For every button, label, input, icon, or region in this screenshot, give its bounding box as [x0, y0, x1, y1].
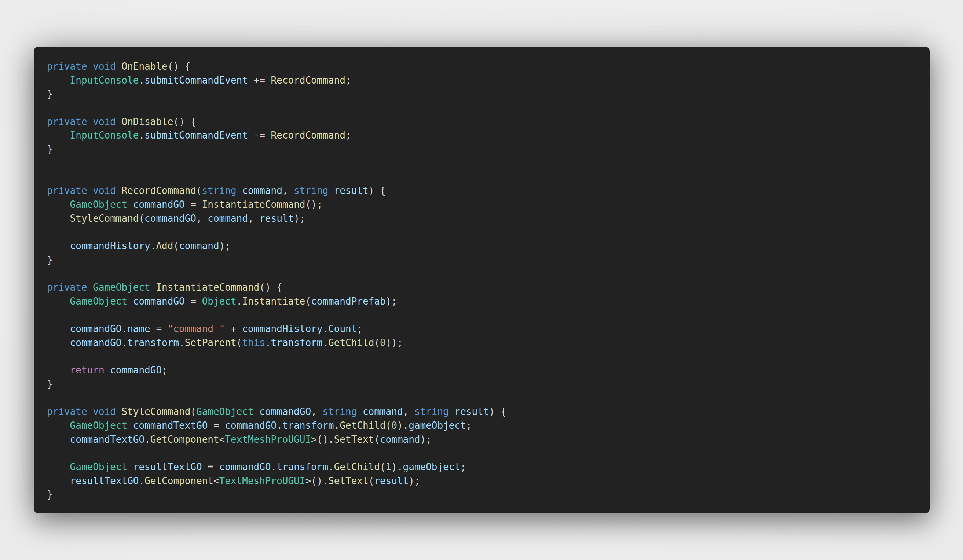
code-token-pun: >().	[311, 434, 334, 445]
code-line: GameObject resultTextGO = commandGO.tran…	[47, 460, 919, 474]
code-line: commandHistory.Add(command);	[47, 240, 919, 253]
code-token-var: command	[179, 240, 219, 251]
code-panel: private void OnEnable() { InputConsole.s…	[34, 47, 930, 513]
code-token-var: submitCommandEvent	[144, 75, 248, 86]
code-token-var: transform	[271, 337, 323, 348]
code-token-fn: SetText	[328, 475, 368, 486]
code-token-fn: SetText	[334, 434, 374, 445]
code-token-pun: .	[237, 296, 242, 307]
code-token-type: GameObject	[196, 406, 259, 417]
code-token-var: transform	[277, 461, 328, 473]
code-line: }	[47, 87, 919, 101]
code-token-pun: ,	[311, 406, 323, 417]
code-token-pun: (	[374, 337, 380, 348]
code-token-fn: RecordCommand	[271, 130, 346, 141]
code-token-pun: .	[179, 337, 185, 348]
code-token-pun: >().	[305, 475, 328, 486]
code-token-pun: (	[380, 461, 386, 473]
code-line	[47, 392, 919, 405]
code-token-var: result	[259, 213, 294, 224]
code-token-fn: StyleCommand	[122, 406, 191, 417]
code-token-type: InputConsole	[47, 75, 139, 86]
code-token-fn: InstantiateCommand	[202, 199, 305, 210]
code-line	[47, 157, 919, 170]
code-token-pun: }	[47, 489, 53, 500]
code-line: GameObject commandGO = InstantiateComman…	[47, 198, 919, 212]
code-token-pun: ));	[386, 337, 403, 348]
code-token-var: commandHistory	[242, 323, 323, 334]
code-token-pun: .	[139, 475, 144, 486]
code-token-var: commandHistory	[47, 240, 150, 251]
code-token-pun: ;	[162, 365, 168, 375]
code-token-pun: <	[214, 475, 219, 486]
code-token-var: commandGO	[133, 199, 185, 210]
code-token-kw: private	[47, 282, 93, 293]
code-token-pun: );	[386, 296, 397, 307]
code-line: }	[47, 253, 919, 267]
code-token-kw: string	[202, 185, 242, 196]
code-token-pun: );	[420, 434, 431, 445]
code-token-var: resultTextGO	[47, 475, 139, 486]
code-line: private void StyleCommand(GameObject com…	[47, 405, 919, 419]
code-token-pun: .	[265, 337, 271, 348]
code-token-pun: =	[150, 323, 168, 334]
code-token-var: commandGO	[47, 323, 122, 334]
code-token-pun: .	[150, 240, 156, 251]
code-line: private void OnDisable() {	[47, 115, 919, 129]
code-token-pun: ).	[397, 420, 409, 431]
code-token-var: command	[380, 434, 420, 445]
code-token-var: resultTextGO	[133, 461, 202, 473]
code-token-var: transform	[282, 420, 334, 431]
code-line: InputConsole.submitCommandEvent -= Recor…	[47, 129, 919, 142]
code-line: commandGO.transform.SetParent(this.trans…	[47, 336, 919, 350]
code-token-pun: ,	[403, 406, 414, 417]
code-line: commandTextGO.GetComponent<TextMeshProUG…	[47, 433, 919, 447]
code-line: private void RecordCommand(string comman…	[47, 184, 919, 198]
code-token-fn: GetChild	[340, 420, 386, 431]
code-line	[47, 308, 919, 322]
code-token-pun: ;	[357, 323, 363, 334]
code-token-var: command	[208, 213, 248, 224]
code-token-type: GameObject	[93, 282, 156, 293]
code-token-var: gameObject	[403, 461, 460, 473]
code-token-pun: (	[173, 240, 179, 251]
code-token-var: commandTextGO	[47, 434, 144, 445]
code-token-pun: );	[294, 213, 305, 224]
code-token-kw: private void	[47, 406, 122, 417]
code-token-type: InputConsole	[47, 130, 139, 141]
code-line: StyleCommand(commandGO, command, result)…	[47, 212, 919, 226]
code-line: }	[47, 488, 919, 502]
code-token-pun: .	[122, 323, 128, 334]
code-token-pun: .	[139, 130, 144, 141]
code-token-pun: }	[47, 88, 53, 99]
code-token-var: commandPrefab	[311, 296, 386, 307]
code-token-pun: .	[328, 461, 334, 473]
code-token-pun: (	[305, 296, 311, 307]
code-token-pun: =	[208, 420, 225, 431]
code-token-pun: +=	[248, 75, 271, 86]
code-token-pun: }	[47, 254, 53, 265]
code-token-pun: );	[409, 475, 420, 486]
code-token-pun: ();	[305, 199, 323, 210]
code-token-str: "command_"	[168, 323, 225, 334]
code-token-pun: <	[219, 434, 225, 445]
code-line: GameObject commandGO = Object.Instantiat…	[47, 295, 919, 309]
code-token-var: submitCommandEvent	[144, 130, 248, 141]
code-token-fn: StyleCommand	[47, 213, 139, 224]
code-token-var: result	[334, 185, 368, 196]
code-token-var: name	[127, 323, 150, 334]
code-token-var: commandTextGO	[133, 420, 208, 431]
code-token-num: 1	[386, 461, 392, 473]
code-line	[47, 101, 919, 115]
code-token-fn: RecordCommand	[122, 185, 196, 196]
code-token-pun: (	[190, 406, 196, 417]
code-block: private void OnEnable() { InputConsole.s…	[34, 47, 930, 515]
code-token-pun: ,	[248, 213, 259, 224]
code-token-fn: OnEnable	[122, 61, 168, 72]
code-token-pun: (	[374, 434, 380, 445]
code-token-pun: ;	[466, 420, 472, 431]
code-token-num: 0	[391, 420, 397, 431]
code-line: InputConsole.submitCommandEvent += Recor…	[47, 74, 919, 87]
code-token-pun: .	[122, 337, 128, 348]
code-token-fn: SetParent	[185, 337, 237, 348]
